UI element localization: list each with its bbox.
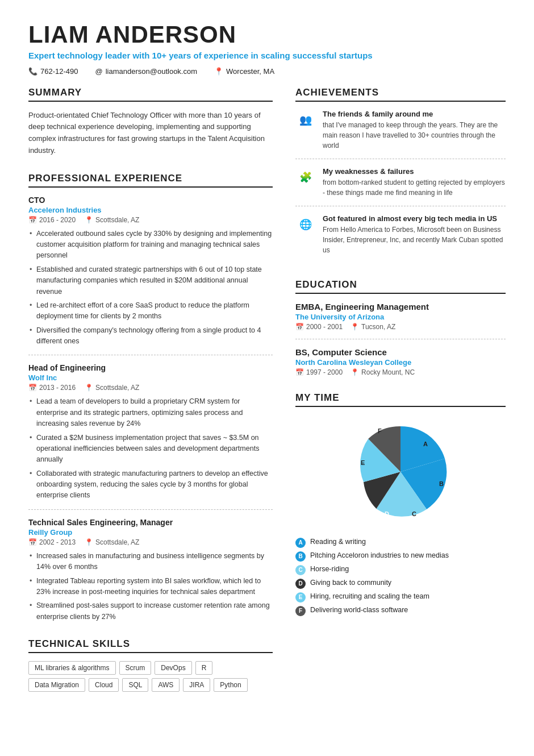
achievement-1-icon: 👥	[295, 110, 316, 130]
achievement-3-content: Got featured in almost every big tech me…	[323, 214, 506, 255]
legend-dot-f: F	[295, 606, 306, 616]
job-1: CTO Acceleron Industries 📅 2016 - 2020 📍…	[28, 196, 273, 347]
job-3: Technical Sales Engineering, Manager Rei…	[28, 518, 273, 622]
bullet: Lead a team of developers to build a pro…	[28, 396, 273, 429]
legend-label-d: Giving back to community	[310, 579, 391, 587]
edu-2-school: North Carolina Wesleyan College	[295, 358, 506, 367]
pie-chart: A B C D E F	[344, 415, 457, 529]
pin-icon: 📍	[85, 384, 93, 392]
pie-chart-container: A B C D E F	[295, 415, 506, 529]
edu-1-school: The University of Arizona	[295, 313, 506, 321]
legend-item-d: D Giving back to community	[295, 579, 506, 589]
legend-dot-c: C	[295, 565, 306, 575]
calendar-icon: 📅	[295, 323, 304, 331]
skills-title: TECHNICAL SKILLS	[28, 638, 273, 653]
bullet: Diversified the company's technology off…	[28, 325, 273, 347]
experience-title: PROFESSIONAL EXPERIENCE	[28, 173, 273, 188]
skill-badge: JIRA	[183, 678, 210, 692]
skill-badge: Python	[214, 678, 247, 692]
location-icon: 📍	[214, 67, 223, 76]
skills-section: TECHNICAL SKILLS ML libraries & algorith…	[28, 638, 273, 692]
location-info: 📍 Worcester, MA	[214, 67, 274, 76]
summary-text: Product-orientated Chief Technology Offi…	[28, 110, 273, 157]
phone-info: 📞 762-12-490	[28, 67, 78, 76]
left-column: SUMMARY Product-orientated Chief Technol…	[28, 87, 273, 708]
achievement-1-title: The friends & family around me	[323, 110, 506, 118]
job-2-meta: 📅 2013 - 2016 📍 Scottsdale, AZ	[28, 384, 273, 392]
legend-item-b: B Pitching Acceloron industries to new m…	[295, 551, 506, 562]
email-address: liamanderson@outlook.com	[106, 67, 197, 76]
achievement-1-content: The friends & family around me that I've…	[323, 110, 506, 151]
edu-2-meta: 📅 1997 - 2000 📍 Rocky Mount, NC	[295, 368, 506, 376]
label-d: D	[385, 510, 389, 517]
achievement-3-desc: From Hello America to Forbes, Microsoft …	[323, 225, 506, 255]
edu-2-years: 📅 1997 - 2000	[295, 368, 343, 376]
achievements-title: ACHIEVEMENTS	[295, 87, 506, 102]
skills-grid: ML libraries & algorithms Scrum DevOps R…	[28, 661, 273, 692]
label-b: B	[439, 480, 444, 487]
calendar-icon: 📅	[28, 384, 37, 392]
mytime-section: MY TIME	[295, 392, 506, 616]
summary-section: SUMMARY Product-orientated Chief Technol…	[28, 87, 273, 157]
job-3-location: 📍 Scottsdale, AZ	[85, 538, 139, 546]
achievement-2-desc: from bottom-ranked student to getting re…	[323, 177, 506, 198]
job-1-company: Acceleron Industries	[28, 206, 273, 214]
job-2: Head of Engineering Wolf Inc 📅 2013 - 20…	[28, 363, 273, 501]
label-e: E	[361, 459, 365, 466]
pin-icon: 📍	[351, 368, 359, 376]
achievement-3-icon: 🌐	[295, 214, 316, 235]
legend-item-e: E Hiring, recruiting and scaling the tea…	[295, 592, 506, 603]
bullet: Led re-architect effort of a core SaaS p…	[28, 300, 273, 322]
edu-1-location: 📍 Tucson, AZ	[351, 323, 395, 331]
job-1-location: 📍 Scottsdale, AZ	[85, 216, 139, 224]
mytime-title: MY TIME	[295, 392, 506, 407]
achievement-2-content: My weaknesses & failures from bottom-ran…	[323, 167, 506, 198]
legend-dot-e: E	[295, 592, 306, 603]
skill-badge: R	[195, 661, 213, 675]
achievement-2: 🧩 My weaknesses & failures from bottom-r…	[295, 167, 506, 206]
separator	[28, 509, 273, 510]
bullet: Accelerated outbound sales cycle by 330%…	[28, 229, 273, 261]
separator	[28, 355, 273, 355]
email-icon: @	[95, 67, 103, 76]
edu-1-meta: 📅 2000 - 2001 📍 Tucson, AZ	[295, 323, 506, 331]
candidate-tagline: Expert technology leader with 10+ years …	[28, 50, 506, 61]
bullet: Increased sales in manufacturing and bus…	[28, 551, 273, 573]
pin-icon: 📍	[351, 323, 359, 331]
legend-label-a: Reading & writing	[310, 538, 366, 546]
legend-item-f: F Delivering world-class software	[295, 606, 506, 616]
legend-label-e: Hiring, recruiting and scaling the team	[310, 592, 429, 600]
bullet: Integrated Tableau reporting system into…	[28, 576, 273, 598]
job-1-bullets: Accelerated outbound sales cycle by 330%…	[28, 229, 273, 347]
pin-icon: 📍	[85, 216, 93, 224]
achievement-3: 🌐 Got featured in almost every big tech …	[295, 214, 506, 263]
bullet: Streamlined post-sales support to increa…	[28, 600, 273, 622]
job-1-title: CTO	[28, 196, 273, 205]
edu-2: BS, Computer Science North Carolina Wesl…	[295, 347, 506, 376]
skill-badge: Scrum	[119, 661, 152, 675]
calendar-icon: 📅	[28, 538, 37, 546]
label-c: C	[412, 510, 416, 517]
phone-number: 762-12-490	[40, 67, 78, 76]
edu-1-years: 📅 2000 - 2001	[295, 323, 343, 331]
bullet: Collaborated with strategic manufacturin…	[28, 468, 273, 501]
edu-1: EMBA, Engineering Management The Univers…	[295, 302, 506, 339]
edu-2-degree: BS, Computer Science	[295, 347, 506, 357]
pin-icon: 📍	[85, 538, 93, 546]
legend-dot-b: B	[295, 551, 306, 562]
label-f: F	[378, 427, 382, 434]
job-2-bullets: Lead a team of developers to build a pro…	[28, 396, 273, 501]
edu-1-degree: EMBA, Engineering Management	[295, 302, 506, 311]
job-3-company: Reilly Group	[28, 528, 273, 537]
job-1-meta: 📅 2016 - 2020 📍 Scottsdale, AZ	[28, 216, 273, 224]
job-3-title: Technical Sales Engineering, Manager	[28, 518, 273, 527]
skill-badge: AWS	[152, 678, 180, 692]
bullet: Established and curated strategic partne…	[28, 264, 273, 297]
legend-item-a: A Reading & writing	[295, 538, 506, 548]
contact-info: 📞 762-12-490 @ liamanderson@outlook.com …	[28, 67, 506, 76]
calendar-icon: 📅	[295, 368, 304, 376]
education-section: EDUCATION EMBA, Engineering Management T…	[295, 279, 506, 376]
pie-legend: A Reading & writing B Pitching Acceloron…	[295, 538, 506, 616]
email-info: @ liamanderson@outlook.com	[95, 67, 198, 76]
legend-dot-a: A	[295, 538, 306, 548]
